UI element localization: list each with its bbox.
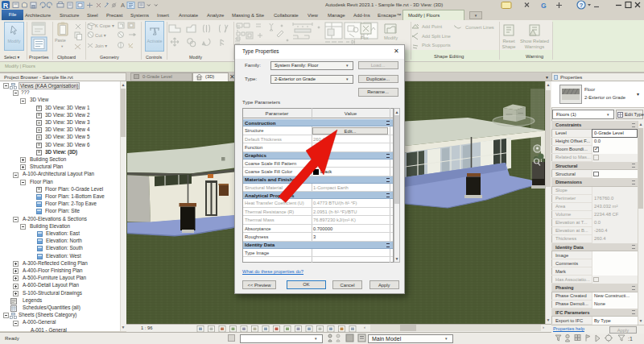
- svg-text:R: R: [3, 2, 9, 10]
- svg-text:Reset: Reset: [502, 39, 515, 44]
- svg-text:Convert Lines: Convert Lines: [465, 25, 494, 30]
- svg-text::1: :1: [628, 336, 633, 342]
- svg-text:Warnings: Warnings: [525, 44, 544, 49]
- svg-text:Fox: Fox: [361, 35, 369, 40]
- svg-text:G: G: [541, 2, 547, 10]
- svg-text:Join ▾: Join ▾: [95, 44, 107, 48]
- svg-text:?: ?: [580, 2, 584, 9]
- svg-text:Modify: Modify: [384, 35, 398, 40]
- svg-text:Shape: Shape: [502, 44, 516, 49]
- svg-text:Pick Supports: Pick Supports: [422, 43, 451, 48]
- svg-text:Add Split Line: Add Split Line: [422, 34, 451, 39]
- svg-text:A: A: [121, 2, 125, 9]
- svg-text:K Cope ▾: K Cope ▾: [95, 23, 114, 28]
- svg-text:Show Related: Show Related: [520, 39, 549, 44]
- svg-text:Add Point: Add Point: [422, 24, 443, 29]
- svg-text:Cut ▾: Cut ▾: [95, 33, 106, 38]
